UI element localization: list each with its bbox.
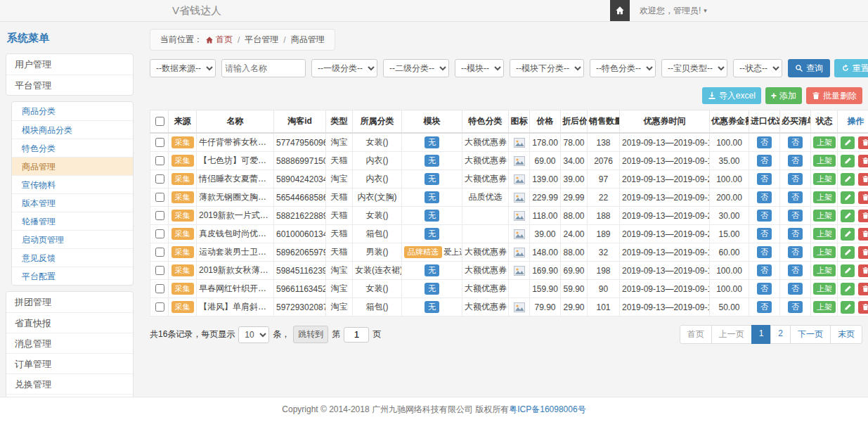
delete-button[interactable] xyxy=(858,136,868,149)
sidebar-item[interactable]: 版本管理 xyxy=(12,193,133,212)
module-subcategory-select[interactable]: --模块下分类-- xyxy=(510,59,584,77)
status-badge[interactable]: 上架 xyxy=(813,173,836,185)
row-checkbox[interactable] xyxy=(155,302,164,312)
must-buy-badge[interactable]: 否 xyxy=(788,191,803,203)
import-select-badge[interactable]: 否 xyxy=(757,264,772,276)
reset-button[interactable]: 重置 xyxy=(834,59,868,77)
status-badge[interactable]: 上架 xyxy=(813,228,836,240)
import-select-badge[interactable]: 否 xyxy=(757,136,772,148)
sidebar-item[interactable]: 模块商品分类 xyxy=(12,120,133,139)
import-select-badge[interactable]: 否 xyxy=(757,301,772,313)
import-select-badge[interactable]: 否 xyxy=(757,191,772,203)
status-badge[interactable]: 上架 xyxy=(813,210,836,222)
must-buy-badge[interactable]: 否 xyxy=(788,210,803,222)
pager-button[interactable]: 首页 xyxy=(680,325,712,344)
status-badge[interactable]: 上架 xyxy=(813,155,836,167)
batch-delete-button[interactable]: 批量删除 xyxy=(806,87,862,104)
import-select-badge[interactable]: 否 xyxy=(757,246,772,258)
delete-button[interactable] xyxy=(858,155,868,167)
edit-button[interactable] xyxy=(841,301,855,314)
sidebar-item[interactable]: 商品管理 xyxy=(12,157,133,175)
import-excel-button[interactable]: 导入excel xyxy=(702,87,761,104)
edit-button[interactable] xyxy=(841,283,855,295)
import-select-badge[interactable]: 否 xyxy=(757,228,772,240)
delete-button[interactable] xyxy=(858,191,868,204)
delete-button[interactable] xyxy=(858,264,868,277)
import-select-badge[interactable]: 否 xyxy=(757,155,772,167)
page-jump-input[interactable] xyxy=(344,327,369,343)
edit-button[interactable] xyxy=(841,210,855,222)
must-buy-badge[interactable]: 否 xyxy=(788,173,803,185)
pager-button[interactable]: 1 xyxy=(751,325,772,344)
row-checkbox[interactable] xyxy=(155,248,164,257)
delete-button[interactable] xyxy=(858,301,868,314)
import-select-badge[interactable]: 否 xyxy=(757,210,772,222)
sidebar-item[interactable]: 平台配置 xyxy=(12,267,133,285)
edit-button[interactable] xyxy=(841,246,855,259)
pager-button[interactable]: 2 xyxy=(770,325,791,344)
edit-button[interactable] xyxy=(841,264,855,277)
must-buy-badge[interactable]: 否 xyxy=(788,228,803,240)
sidebar-item[interactable]: 拼团管理 xyxy=(6,292,133,312)
level2-category-select[interactable]: --二级分类-- xyxy=(383,59,449,77)
row-checkbox[interactable] xyxy=(155,266,164,275)
row-checkbox[interactable] xyxy=(155,138,164,147)
delete-button[interactable] xyxy=(858,228,868,241)
must-buy-badge[interactable]: 否 xyxy=(788,136,803,148)
breadcrumb-home-link[interactable]: 首页 xyxy=(205,34,233,46)
row-checkbox[interactable] xyxy=(155,211,164,220)
user-menu[interactable]: 欢迎您，管理员! ▾ xyxy=(630,5,717,17)
per-page-select[interactable]: 10 xyxy=(238,326,269,343)
select-all-checkbox[interactable] xyxy=(155,117,164,126)
sidebar-item[interactable]: 特色分类 xyxy=(12,139,133,157)
must-buy-badge[interactable]: 否 xyxy=(788,264,803,276)
import-select-badge[interactable]: 否 xyxy=(757,283,772,295)
icp-link[interactable]: 粤ICP备16098006号 xyxy=(509,404,585,414)
sidebar-item[interactable]: 商品分类 xyxy=(12,102,133,120)
sidebar-item[interactable]: 意见反馈 xyxy=(12,248,133,267)
sidebar-item[interactable]: 用户管理 xyxy=(6,54,133,75)
sidebar-item[interactable]: 消息管理 xyxy=(6,333,133,353)
featured-category-select[interactable]: --特色分类-- xyxy=(590,59,656,77)
data-source-select[interactable]: --数据来源-- xyxy=(150,59,216,77)
edit-button[interactable] xyxy=(841,191,855,204)
status-badge[interactable]: 上架 xyxy=(813,191,836,203)
pager-button[interactable]: 上一页 xyxy=(711,325,752,344)
delete-button[interactable] xyxy=(858,173,868,186)
must-buy-badge[interactable]: 否 xyxy=(788,246,803,258)
name-input[interactable] xyxy=(221,59,306,77)
status-badge[interactable]: 上架 xyxy=(813,246,836,258)
import-select-badge[interactable]: 否 xyxy=(757,173,772,185)
status-badge[interactable]: 上架 xyxy=(813,136,836,148)
row-checkbox[interactable] xyxy=(155,193,164,202)
sidebar-item[interactable]: 平台管理 xyxy=(6,75,133,95)
edit-button[interactable] xyxy=(841,228,855,241)
status-badge[interactable]: 上架 xyxy=(813,264,836,276)
row-checkbox[interactable] xyxy=(155,156,164,165)
sidebar-item[interactable]: 轮播管理 xyxy=(12,212,133,230)
row-checkbox[interactable] xyxy=(155,284,164,293)
must-buy-badge[interactable]: 否 xyxy=(788,283,803,295)
query-button[interactable]: 查询 xyxy=(788,59,830,77)
sidebar-item[interactable]: 启动页管理 xyxy=(12,230,133,248)
edit-button[interactable] xyxy=(841,155,855,167)
status-badge[interactable]: 上架 xyxy=(813,283,836,295)
delete-button[interactable] xyxy=(858,246,868,259)
status-badge[interactable]: 上架 xyxy=(813,301,836,313)
item-type-select[interactable]: --宝贝类型-- xyxy=(661,59,727,77)
jump-button[interactable]: 跳转到 xyxy=(293,326,328,343)
must-buy-badge[interactable]: 否 xyxy=(788,301,803,313)
delete-button[interactable] xyxy=(858,210,868,222)
pager-button[interactable]: 下一页 xyxy=(790,325,831,344)
module-select[interactable]: --模块-- xyxy=(455,59,504,77)
sidebar-item[interactable]: 兑换管理 xyxy=(6,373,133,394)
pager-button[interactable]: 末页 xyxy=(830,325,862,344)
status-select[interactable]: --状态-- xyxy=(733,59,782,77)
level1-category-select[interactable]: --一级分类-- xyxy=(311,59,377,77)
row-checkbox[interactable] xyxy=(155,174,164,184)
sidebar-item[interactable]: 订单管理 xyxy=(6,353,133,373)
row-checkbox[interactable] xyxy=(155,229,164,238)
edit-button[interactable] xyxy=(841,173,855,186)
delete-button[interactable] xyxy=(858,283,868,295)
must-buy-badge[interactable]: 否 xyxy=(788,155,803,167)
